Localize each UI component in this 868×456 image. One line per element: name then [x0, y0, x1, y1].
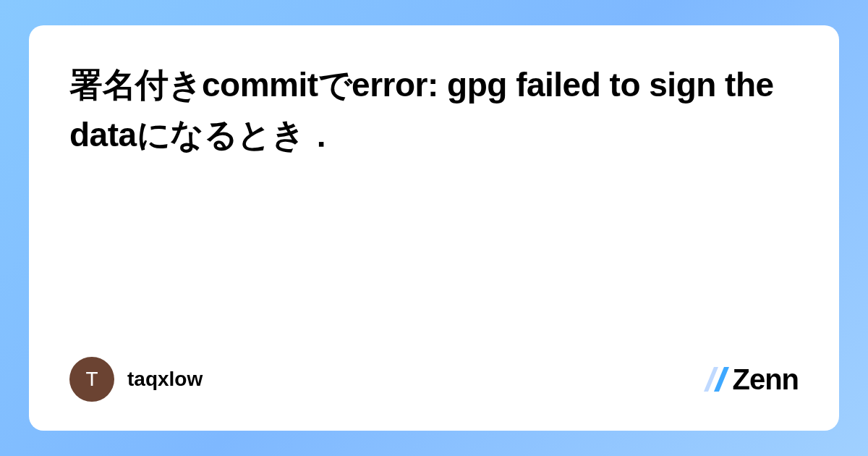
article-card: 署名付きcommitでerror: gpg failed to sign the…	[29, 25, 839, 431]
zenn-slash-icon	[702, 367, 729, 392]
article-title: 署名付きcommitでerror: gpg failed to sign the…	[69, 60, 799, 160]
avatar: T	[69, 357, 114, 402]
card-footer: T taqxlow Zenn	[69, 357, 799, 402]
avatar-initial: T	[85, 368, 98, 391]
username: taqxlow	[127, 368, 203, 391]
platform-logo: Zenn	[702, 363, 799, 396]
author-block: T taqxlow	[69, 357, 203, 402]
platform-name: Zenn	[732, 363, 799, 396]
